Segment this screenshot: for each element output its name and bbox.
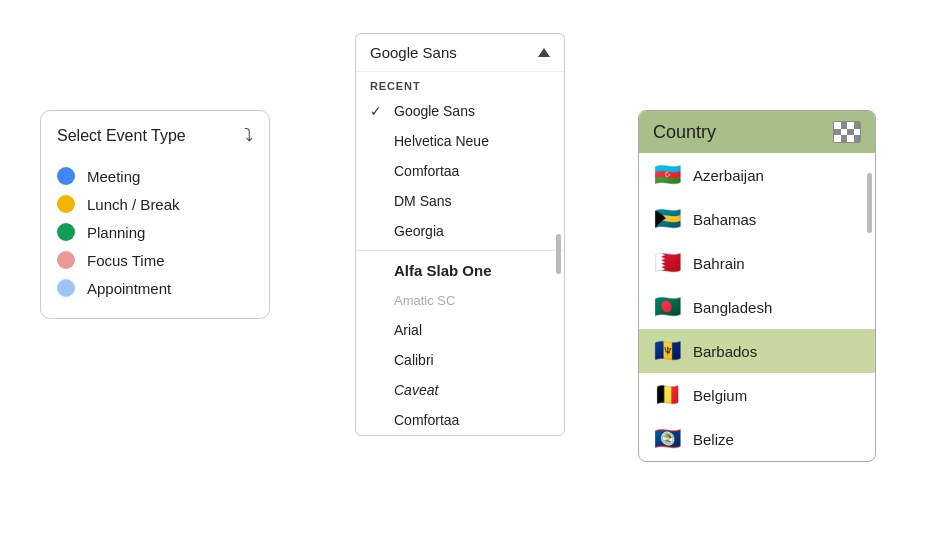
country-name: Azerbaijan [693, 167, 764, 184]
event-type-panel: Select Event Type ⤵ Meeting Lunch / Brea… [40, 110, 270, 319]
event-label: Meeting [87, 168, 140, 185]
font-label: Calibri [394, 352, 434, 368]
font-divider [356, 250, 564, 251]
font-check-icon: ✓ [370, 103, 386, 119]
country-item[interactable]: 🇧🇧 Barbados [639, 329, 875, 373]
font-label: Comfortaa [394, 412, 459, 428]
event-label: Appointment [87, 280, 171, 297]
font-other-item[interactable]: Comfortaa [356, 405, 564, 435]
font-recent-item[interactable]: Helvetica Neue [356, 126, 564, 156]
event-color-dot [57, 167, 75, 185]
font-other-item[interactable]: Caveat [356, 375, 564, 405]
checkerboard-icon [833, 121, 861, 143]
chevron-down-icon: ⤵ [244, 125, 253, 146]
country-name: Bahamas [693, 211, 756, 228]
country-item[interactable]: 🇧🇭 Bahrain [639, 241, 875, 285]
country-flag: 🇧🇭 [653, 250, 681, 276]
triangle-up-icon [538, 48, 550, 57]
country-title: Country [653, 122, 716, 143]
font-scrollbar[interactable] [556, 234, 561, 274]
font-list-container: RECENT ✓ Google Sans Helvetica Neue Comf… [356, 72, 564, 435]
country-name: Bangladesh [693, 299, 772, 316]
checker-cell [854, 129, 861, 136]
font-other-item[interactable]: Alfa Slab One [356, 255, 564, 286]
country-item[interactable]: 🇧🇸 Bahamas [639, 197, 875, 241]
font-dropdown-panel: Google Sans RECENT ✓ Google Sans Helveti… [355, 33, 565, 436]
event-item[interactable]: Meeting [57, 162, 253, 190]
event-item[interactable]: Planning [57, 218, 253, 246]
font-label: Caveat [394, 382, 438, 398]
country-flag: 🇧🇪 [653, 382, 681, 408]
country-flag: 🇧🇸 [653, 206, 681, 232]
country-list-wrapper: 🇦🇿 Azerbaijan 🇧🇸 Bahamas 🇧🇭 Bahrain 🇧🇩 B… [639, 153, 875, 461]
country-flag: 🇧🇧 [653, 338, 681, 364]
font-dropdown-header[interactable]: Google Sans [356, 34, 564, 72]
event-item[interactable]: Lunch / Break [57, 190, 253, 218]
country-name: Barbados [693, 343, 757, 360]
font-label: Georgia [394, 223, 444, 239]
event-color-dot [57, 223, 75, 241]
font-section-recent-label: RECENT [356, 72, 564, 96]
event-color-dot [57, 195, 75, 213]
font-label: Amatic SC [394, 293, 455, 308]
event-label: Focus Time [87, 252, 165, 269]
font-recent-item[interactable]: Georgia [356, 216, 564, 246]
event-item[interactable]: Appointment [57, 274, 253, 302]
country-flag: 🇧🇿 [653, 426, 681, 452]
font-recent-item[interactable]: DM Sans [356, 186, 564, 216]
country-flag: 🇦🇿 [653, 162, 681, 188]
event-items-list: Meeting Lunch / Break Planning Focus Tim… [57, 162, 253, 302]
country-item[interactable]: 🇧🇿 Belize [639, 417, 875, 461]
country-name: Bahrain [693, 255, 745, 272]
checker-cell [854, 135, 861, 142]
font-label: DM Sans [394, 193, 452, 209]
recent-fonts-list: ✓ Google Sans Helvetica Neue Comfortaa D… [356, 96, 564, 246]
country-panel: Country 🇦🇿 Azerbaijan 🇧🇸 Bahamas 🇧🇭 Bahr… [638, 110, 876, 462]
event-label: Lunch / Break [87, 196, 180, 213]
country-items-list: 🇦🇿 Azerbaijan 🇧🇸 Bahamas 🇧🇭 Bahrain 🇧🇩 B… [639, 153, 875, 461]
country-flag: 🇧🇩 [653, 294, 681, 320]
country-item[interactable]: 🇧🇩 Bangladesh [639, 285, 875, 329]
event-color-dot [57, 251, 75, 269]
event-color-dot [57, 279, 75, 297]
font-label: Google Sans [394, 103, 475, 119]
country-item[interactable]: 🇧🇪 Belgium [639, 373, 875, 417]
checker-cell [854, 122, 861, 129]
font-recent-item[interactable]: Comfortaa [356, 156, 564, 186]
font-label: Alfa Slab One [394, 262, 492, 279]
country-name: Belgium [693, 387, 747, 404]
font-label: Helvetica Neue [394, 133, 489, 149]
font-recent-item[interactable]: ✓ Google Sans [356, 96, 564, 126]
font-other-item[interactable]: Arial [356, 315, 564, 345]
font-label: Arial [394, 322, 422, 338]
event-type-title: Select Event Type [57, 127, 186, 145]
font-selected-label: Google Sans [370, 44, 457, 61]
country-header: Country [639, 111, 875, 153]
country-scrollbar[interactable] [867, 173, 872, 233]
font-other-item[interactable]: Amatic SC [356, 286, 564, 315]
font-label: Comfortaa [394, 163, 459, 179]
country-name: Belize [693, 431, 734, 448]
event-label: Planning [87, 224, 145, 241]
country-item[interactable]: 🇦🇿 Azerbaijan [639, 153, 875, 197]
font-other-item[interactable]: Calibri [356, 345, 564, 375]
event-type-header[interactable]: Select Event Type ⤵ [57, 125, 253, 146]
event-item[interactable]: Focus Time [57, 246, 253, 274]
other-fonts-list: Alfa Slab One Amatic SC Arial Calibri Ca… [356, 255, 564, 435]
